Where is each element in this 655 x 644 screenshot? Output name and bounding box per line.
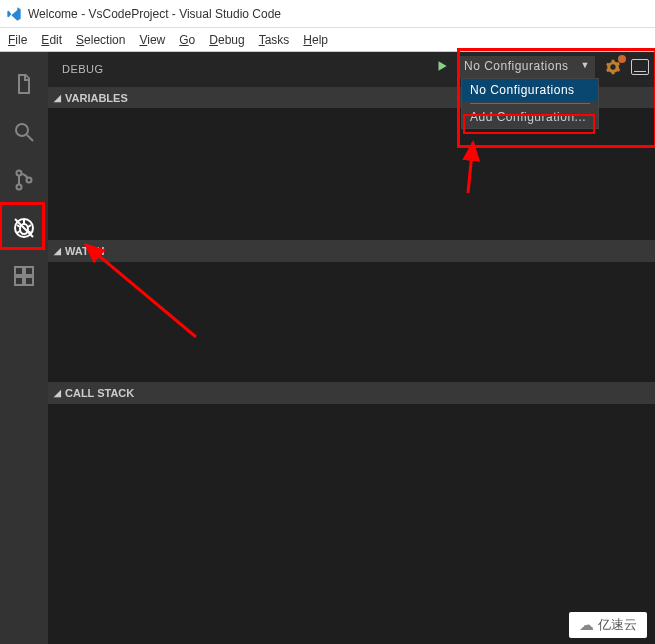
dropdown-divider [470, 103, 590, 104]
activity-extensions[interactable] [0, 252, 48, 300]
section-watch-body [48, 262, 655, 382]
svg-point-4 [27, 178, 32, 183]
section-callstack-body [48, 404, 655, 644]
activity-source-control[interactable] [0, 156, 48, 204]
menu-bar: File Edit Selection View Go Debug Tasks … [0, 28, 655, 52]
debug-sidebar: DEBUG No Configurations No Configuration… [48, 52, 655, 644]
debug-config-select[interactable]: No Configurations [457, 56, 595, 78]
menu-help[interactable]: Help [303, 33, 328, 47]
svg-point-0 [16, 124, 28, 136]
dropdown-item-no-config[interactable]: No Configurations [462, 79, 598, 101]
window-title-bar: Welcome - VsCodeProject - Visual Studio … [0, 0, 655, 28]
activity-explorer[interactable] [0, 60, 48, 108]
settings-badge-icon [618, 55, 626, 63]
svg-rect-16 [25, 277, 33, 285]
menu-view[interactable]: View [139, 33, 165, 47]
section-watch-header[interactable]: ◢ WATCH [48, 240, 655, 262]
chevron-down-icon: ◢ [54, 93, 61, 103]
svg-point-2 [17, 171, 22, 176]
svg-rect-14 [25, 267, 33, 275]
menu-tasks[interactable]: Tasks [259, 33, 290, 47]
chevron-down-icon: ◢ [54, 246, 61, 256]
menu-selection[interactable]: Selection [76, 33, 125, 47]
activity-debug[interactable] [0, 204, 48, 252]
menu-go[interactable]: Go [179, 33, 195, 47]
svg-rect-13 [15, 267, 23, 275]
sidebar-title: DEBUG No Configurations No Configuration… [48, 52, 655, 87]
debug-console-button[interactable] [631, 59, 649, 75]
chevron-down-icon: ◢ [54, 388, 61, 398]
debug-toolbar: No Configurations [435, 56, 649, 78]
window-title-text: Welcome - VsCodeProject - Visual Studio … [28, 7, 281, 21]
vscode-logo-icon [6, 6, 22, 22]
section-callstack-header[interactable]: ◢ CALL STACK [48, 382, 655, 404]
svg-line-8 [17, 225, 20, 227]
activity-search[interactable] [0, 108, 48, 156]
menu-file[interactable]: File [8, 33, 27, 47]
svg-rect-15 [15, 277, 23, 285]
activity-bar [0, 52, 48, 644]
dropdown-item-add-config[interactable]: Add Configuration... [462, 106, 598, 128]
debug-config-dropdown: No Configurations Add Configuration... [461, 78, 599, 129]
svg-point-3 [17, 185, 22, 190]
svg-line-10 [17, 231, 20, 233]
svg-line-1 [27, 135, 33, 141]
start-debug-button[interactable] [435, 59, 449, 75]
debug-settings-button[interactable] [603, 57, 623, 77]
watermark: ☁ 亿速云 [569, 612, 647, 638]
menu-edit[interactable]: Edit [41, 33, 62, 47]
watermark-icon: ☁ [579, 616, 594, 634]
svg-line-9 [28, 225, 31, 227]
menu-debug[interactable]: Debug [209, 33, 244, 47]
